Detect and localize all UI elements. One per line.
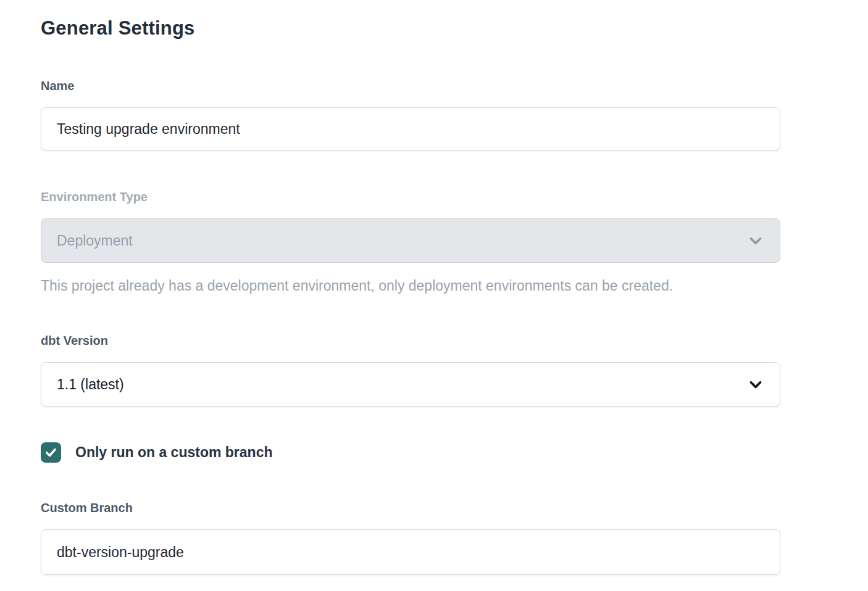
environment-type-label: Environment Type — [41, 190, 780, 204]
general-settings-panel: General Settings Name Environment Type D… — [0, 0, 780, 575]
dbt-version-value: 1.1 (latest) — [57, 376, 124, 393]
chevron-down-icon — [748, 233, 764, 249]
custom-branch-field-group: Custom Branch — [41, 501, 780, 575]
environment-type-help-text: This project already has a development e… — [41, 278, 780, 294]
custom-branch-checkbox[interactable] — [41, 442, 61, 463]
chevron-down-icon — [748, 376, 764, 392]
environment-type-value: Deployment — [57, 233, 133, 249]
custom-branch-label: Custom Branch — [41, 501, 780, 515]
name-field-group: Name — [41, 79, 780, 151]
page-title: General Settings — [41, 17, 780, 39]
checkmark-icon — [44, 446, 57, 459]
custom-branch-input[interactable] — [41, 529, 780, 575]
dbt-version-field-group: dbt Version 1.1 (latest) — [41, 334, 780, 407]
custom-branch-checkbox-label[interactable]: Only run on a custom branch — [75, 444, 272, 461]
environment-type-field-group: Environment Type Deployment This project… — [41, 190, 780, 294]
name-label: Name — [41, 79, 780, 93]
name-input[interactable] — [41, 107, 780, 151]
dbt-version-select[interactable]: 1.1 (latest) — [41, 362, 780, 407]
environment-type-select: Deployment — [41, 218, 780, 263]
custom-branch-checkbox-row[interactable]: Only run on a custom branch — [41, 442, 780, 463]
dbt-version-label: dbt Version — [41, 334, 780, 348]
